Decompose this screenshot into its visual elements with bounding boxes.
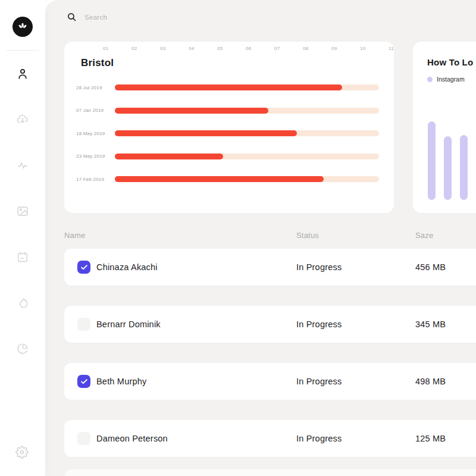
- chart-bar-fill: [115, 84, 342, 90]
- sidebar-item-trending[interactable]: [15, 296, 30, 310]
- flame-icon: [16, 296, 29, 309]
- sidebar-item-analytics[interactable]: [15, 342, 30, 356]
- image-icon: [16, 205, 29, 218]
- settings-button[interactable]: [15, 446, 30, 460]
- chart-bar-row: 18 May 2019: [76, 122, 379, 145]
- chart-category-label: 17 Feb 2019: [76, 177, 115, 182]
- column-header-size: Saze: [415, 231, 433, 240]
- row-size: 125 MB: [415, 434, 446, 443]
- bristol-chart-card: Bristol 28 Jul 2019 07 Jan 2019 18 May 2…: [64, 42, 394, 213]
- sidebar: [0, 0, 45, 476]
- row-status: In Progress: [296, 262, 342, 272]
- chart-bar-row: 28 Jul 2019: [76, 76, 379, 99]
- row-status: In Progress: [296, 434, 342, 443]
- search-icon: [67, 12, 77, 22]
- chart-category-label: 28 Jul 2019: [76, 85, 115, 90]
- table-body: Chinaza Akachi In Progress 456 MB Bernar…: [64, 249, 476, 476]
- x-axis-tick-label: 05: [217, 46, 223, 51]
- chart-bar-track: [115, 84, 379, 90]
- row-checkbox[interactable]: [77, 375, 90, 388]
- row-name: Beth Murphy: [96, 377, 146, 386]
- instagram-chart-card: How To Lo Instagram: [413, 42, 476, 213]
- row-checkbox[interactable]: [77, 318, 90, 331]
- row-name: Dameon Peterson: [96, 434, 168, 443]
- row-name: Bernarr Dominik: [96, 320, 161, 329]
- chart-bar-row: 23 May 2019: [76, 145, 379, 168]
- row-checkbox[interactable]: [77, 432, 90, 445]
- x-axis-tick-label: 06: [246, 46, 252, 51]
- table-header: Name Status Saze: [64, 231, 457, 240]
- chart-category-label: 23 May 2019: [76, 154, 115, 159]
- instagram-card-title: How To Lo: [427, 57, 473, 67]
- x-axis-tick-label: 09: [331, 46, 337, 51]
- sidebar-nav: [15, 67, 30, 356]
- x-axis-tick-label: 07: [274, 46, 280, 51]
- table-row[interactable]: Dameon Peterson In Progress 125 MB: [64, 420, 476, 457]
- search-input[interactable]: Search: [67, 12, 107, 22]
- app-logo[interactable]: [12, 17, 33, 37]
- column-header-status: Status: [296, 231, 319, 240]
- chart-bar-fill: [115, 154, 223, 159]
- table-row[interactable]: Beth Murphy In Progress 498 MB: [64, 363, 476, 400]
- row-size: 345 MB: [415, 320, 446, 329]
- row-size: 498 MB: [415, 377, 446, 386]
- chart-bar-track: [115, 108, 379, 114]
- checkmark-icon: [80, 378, 88, 386]
- instagram-bar-chart: [428, 111, 476, 200]
- table-row[interactable]: Bernarr Dominik In Progress 345 MB: [64, 306, 476, 343]
- x-axis-tick-label: 04: [189, 46, 195, 51]
- chart-bar-fill: [115, 130, 297, 136]
- gear-icon: [15, 446, 29, 459]
- x-axis-tick-label: 01: [103, 46, 109, 51]
- table-row-partial: [64, 469, 476, 476]
- chart-bar-track: [115, 176, 379, 182]
- sidebar-item-uploads[interactable]: [15, 112, 30, 127]
- app-root: Search Bristol 28 Jul 2019 07 Jan 2019 1…: [0, 0, 476, 476]
- x-axis-tick-label: 02: [131, 46, 137, 51]
- chart-bar-row: 07 Jan 2019: [76, 99, 379, 123]
- cloud-download-icon: [16, 113, 29, 126]
- x-axis-tick-label: 11: [389, 46, 394, 51]
- bristol-bar-chart: 28 Jul 2019 07 Jan 2019 18 May 2019 23 M…: [76, 76, 379, 191]
- sidebar-divider: [7, 50, 39, 51]
- chart-bar-track: [115, 154, 379, 159]
- sidebar-item-media[interactable]: [15, 204, 30, 218]
- row-status: In Progress: [296, 320, 342, 329]
- row-status: In Progress: [296, 377, 342, 386]
- chart-bar-fill: [115, 108, 268, 114]
- checkmark-icon: [80, 264, 88, 271]
- sidebar-item-profile[interactable]: [15, 67, 30, 81]
- chart-category-label: 07 Jan 2019: [76, 108, 115, 113]
- instagram-bar: [460, 135, 468, 200]
- bristol-card-title: Bristol: [81, 57, 114, 69]
- chart-bar-row: 17 Feb 2019: [76, 168, 379, 191]
- instagram-bar: [444, 136, 452, 200]
- sprout-logo-icon: [17, 21, 29, 33]
- chart-bar-fill: [115, 176, 324, 182]
- table-row[interactable]: Chinaza Akachi In Progress 456 MB: [64, 249, 476, 286]
- person-icon: [16, 67, 29, 80]
- legend-label: Instagram: [437, 76, 465, 83]
- x-axis-tick-label: 03: [160, 46, 166, 51]
- bristol-x-axis: 0102030405060708091011: [103, 46, 394, 51]
- calendar-icon: [16, 250, 29, 264]
- pie-chart-icon: [16, 342, 29, 355]
- sidebar-item-activity[interactable]: [15, 158, 30, 173]
- chart-bar-track: [115, 130, 379, 136]
- main-content: Search Bristol 28 Jul 2019 07 Jan 2019 1…: [45, 0, 476, 476]
- legend-dot-icon: [427, 77, 433, 82]
- x-axis-tick-label: 08: [303, 46, 309, 51]
- row-checkbox[interactable]: [77, 261, 90, 274]
- activity-pulse-icon: [16, 159, 29, 172]
- x-axis-tick-label: 10: [360, 46, 366, 51]
- sidebar-item-calendar[interactable]: [15, 250, 30, 264]
- chart-category-label: 18 May 2019: [76, 131, 115, 136]
- search-placeholder: Search: [84, 14, 107, 21]
- row-name: Chinaza Akachi: [96, 262, 158, 272]
- instagram-bar: [428, 121, 436, 200]
- column-header-name: Name: [64, 231, 85, 240]
- row-size: 456 MB: [415, 262, 446, 272]
- chart-legend: Instagram: [427, 76, 465, 83]
